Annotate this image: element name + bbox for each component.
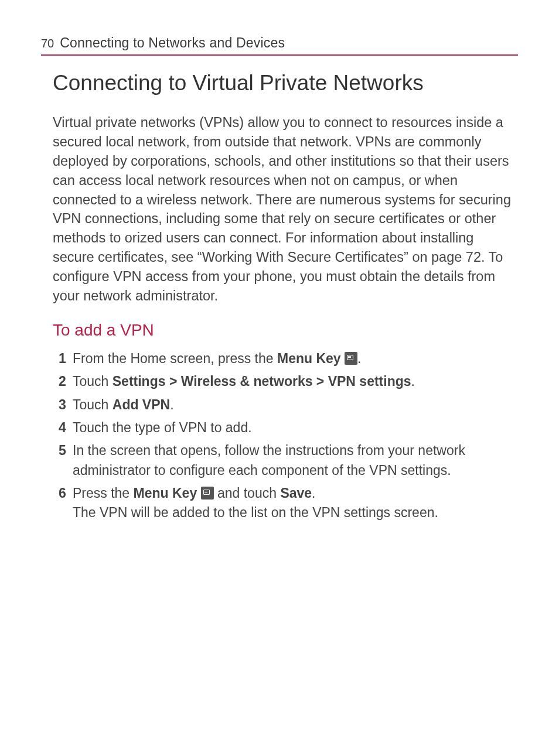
step-number: 6 <box>59 484 66 503</box>
step-text: Touch the type of VPN to add. <box>73 420 252 435</box>
page-header: 70 Connecting to Networks and Devices <box>41 35 518 56</box>
step-6: 6 Press the Menu Key and touch Save. The… <box>59 484 518 523</box>
step-text: . <box>357 351 361 366</box>
menu-key-label: Menu Key <box>134 485 197 501</box>
menu-key-label: Menu Key <box>277 351 341 366</box>
header-title: Connecting to Networks and Devices <box>60 35 285 51</box>
step-3: 3 Touch Add VPN. <box>59 395 518 415</box>
step-text: . <box>411 374 415 389</box>
step-5: 5 In the screen that opens, follow the i… <box>59 441 518 480</box>
menu-key-icon <box>345 352 357 365</box>
intro-paragraph: Virtual private networks (VPNs) allow yo… <box>53 113 518 306</box>
step-text: Press the <box>73 485 134 501</box>
step-number: 1 <box>59 349 66 368</box>
step-number: 5 <box>59 441 66 460</box>
step-4: 4 Touch the type of VPN to add. <box>59 418 518 437</box>
step-number: 2 <box>59 372 66 391</box>
save-label: Save <box>280 485 312 501</box>
main-heading: Connecting to Virtual Private Networks <box>53 71 518 95</box>
step-text: . <box>170 397 173 412</box>
step-text: The VPN will be added to the list on the… <box>73 505 438 520</box>
steps-list: 1 From the Home screen, press the Menu K… <box>59 349 518 523</box>
step-text: Touch <box>73 397 113 412</box>
step-1: 1 From the Home screen, press the Menu K… <box>59 349 518 368</box>
subheading-add-vpn: To add a VPN <box>53 321 518 340</box>
step-text: Touch <box>73 374 113 389</box>
step-number: 4 <box>59 418 66 437</box>
step-text: In the screen that opens, follow the ins… <box>73 443 465 477</box>
step-number: 3 <box>59 395 66 415</box>
step-text: From the Home screen, press the <box>73 351 277 366</box>
step-text: and touch <box>214 485 281 501</box>
step-text: . <box>312 485 315 501</box>
page-number: 70 <box>41 37 54 50</box>
menu-key-icon <box>201 487 214 500</box>
settings-path: Settings > Wireless & networks > VPN set… <box>113 374 411 389</box>
step-2: 2 Touch Settings > Wireless & networks >… <box>59 372 518 391</box>
add-vpn-label: Add VPN <box>113 397 170 412</box>
